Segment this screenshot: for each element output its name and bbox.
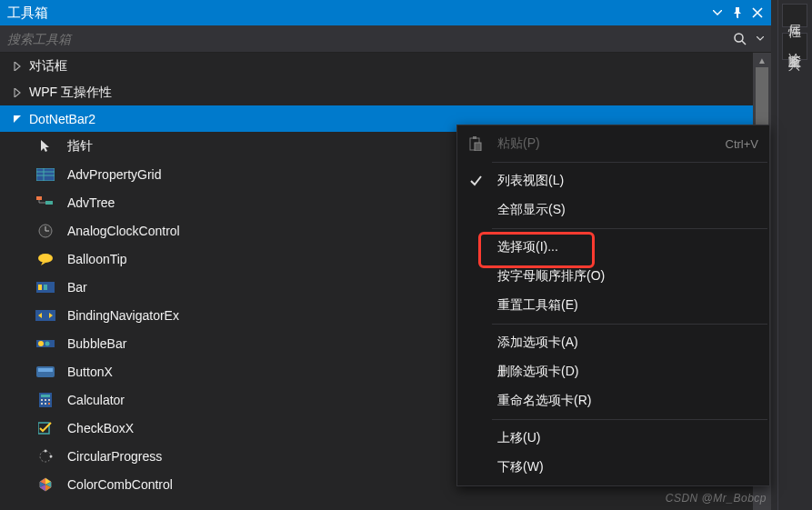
tree-group-label: 对话框 [29, 58, 67, 75]
side-tab-strip: 属性 诊断工具 [777, 0, 812, 510]
scroll-up-icon[interactable]: ▲ [756, 56, 768, 65]
svg-rect-25 [41, 399, 43, 401]
menu-separator [492, 162, 767, 163]
menu-item[interactable]: 下移(W) [457, 453, 769, 482]
menu-item[interactable]: 上移(U) [457, 424, 769, 453]
menu-item-label: 上移(U) [488, 430, 758, 446]
bar-icon [33, 278, 58, 296]
menu-item-label: 按字母顺序排序(O) [488, 268, 758, 285]
nav-icon [33, 306, 58, 325]
svg-rect-28 [41, 403, 43, 405]
search-dropdown-icon[interactable] [757, 36, 764, 41]
menu-separator [492, 419, 767, 420]
menu-item-label: 下移(W) [488, 459, 758, 475]
calc-icon [33, 391, 58, 409]
svg-line-1 [742, 41, 746, 45]
menu-item-label: 删除选项卡(D) [488, 364, 758, 380]
watermark: CSDN @Mr_Bobcp [666, 492, 767, 505]
search-icon[interactable] [733, 32, 753, 46]
toolbox-item-label: AdvTree [67, 195, 115, 210]
svg-rect-26 [45, 399, 46, 401]
menu-separator [492, 324, 767, 325]
paste-icon [463, 135, 488, 153]
toolbox-item-label: AdvPropertyGrid [67, 167, 161, 182]
menu-item[interactable]: 选择项(I)... [457, 233, 769, 262]
circle-icon [33, 447, 58, 465]
toolbox-item-label: ButtonX [67, 365, 113, 379]
svg-rect-16 [44, 285, 47, 290]
close-icon[interactable] [751, 6, 764, 19]
svg-rect-37 [475, 143, 481, 151]
svg-rect-7 [45, 201, 53, 205]
svg-rect-24 [41, 395, 50, 397]
pointer-icon [33, 137, 58, 155]
svg-point-19 [38, 341, 44, 346]
svg-point-13 [38, 254, 53, 263]
svg-rect-2 [36, 168, 55, 181]
toolbox-item-label: BindingNavigatorEx [67, 308, 179, 323]
menu-item[interactable]: 重命名选项卡(R) [457, 386, 769, 415]
menu-item-label: 列表视图(L) [488, 173, 758, 189]
svg-rect-15 [38, 285, 42, 290]
toolbox-item-label: CircularProgress [67, 449, 162, 464]
toolbox-item-label: Calculator [67, 393, 125, 407]
svg-point-34 [50, 455, 53, 457]
panel-title-text: 工具箱 [7, 5, 48, 22]
chevron-right-icon[interactable] [11, 86, 24, 99]
search-row [0, 25, 771, 53]
menu-item[interactable]: 添加选项卡(A) [457, 328, 769, 357]
menu-item-label: 全部显示(S) [488, 202, 758, 218]
context-menu: 粘贴(P)Ctrl+V列表视图(L)全部显示(S)选择项(I)...按字母顺序排… [456, 125, 770, 486]
menu-separator [492, 228, 767, 229]
blank-icon [463, 201, 488, 219]
svg-point-33 [45, 449, 47, 452]
menu-item[interactable]: 删除选项卡(D) [457, 357, 769, 386]
check-icon [33, 419, 58, 437]
tree-icon [33, 194, 58, 212]
tree-group[interactable]: 对话框 [0, 53, 753, 79]
panel-title-bar: 工具箱 [0, 0, 771, 25]
color-icon [33, 475, 58, 494]
blank-icon [463, 392, 488, 410]
menu-item-shortcut: Ctrl+V [726, 137, 758, 151]
pin-icon[interactable] [731, 6, 744, 19]
menu-item-label: 添加选项卡(A) [488, 335, 758, 351]
svg-point-20 [45, 341, 50, 345]
dropdown-icon[interactable] [711, 6, 724, 19]
grid-icon [33, 165, 58, 184]
chevron-right-icon[interactable] [11, 60, 24, 73]
svg-rect-22 [38, 368, 53, 372]
menu-item[interactable]: 全部显示(S) [457, 195, 769, 225]
tree-group[interactable]: WPF 互操作性 [0, 79, 753, 105]
blank-icon [463, 296, 488, 315]
tree-group-label: DotNetBar2 [29, 112, 95, 126]
menu-item: 粘贴(P)Ctrl+V [457, 129, 769, 158]
toolbox-item-label: Bar [67, 280, 87, 295]
menu-item[interactable]: 重置工具箱(E) [457, 291, 769, 320]
check-icon [463, 172, 488, 190]
search-input[interactable] [7, 32, 733, 46]
blank-icon [463, 363, 488, 381]
svg-rect-30 [48, 403, 50, 405]
blank-icon [463, 334, 488, 352]
bubble-icon [33, 335, 58, 353]
menu-item-label: 选择项(I)... [488, 239, 758, 255]
menu-item-label: 重置工具箱(E) [488, 297, 758, 314]
tree-group-label: WPF 互操作性 [29, 85, 112, 101]
menu-item[interactable]: 列表视图(L) [457, 166, 769, 195]
button-icon [33, 363, 58, 381]
chevron-down-icon[interactable] [11, 113, 24, 125]
svg-point-0 [735, 34, 743, 42]
svg-rect-31 [38, 423, 49, 434]
toolbox-item-label: BalloonTip [67, 252, 127, 266]
menu-item[interactable]: 按字母顺序排序(O) [457, 262, 769, 291]
side-tab-properties[interactable]: 属性 [782, 4, 807, 27]
menu-item-label: 重命名选项卡(R) [488, 393, 758, 409]
toolbox-item-label: ColorCombControl [67, 477, 173, 492]
toolbox-item-label: AnalogClockControl [67, 224, 180, 238]
svg-rect-29 [45, 403, 46, 405]
toolbox-item-label: CheckBoxX [67, 421, 134, 435]
side-tab-diagnostics[interactable]: 诊断工具 [782, 33, 807, 60]
toolbox-item-label: BubbleBar [67, 336, 126, 351]
clock-icon [33, 222, 58, 240]
